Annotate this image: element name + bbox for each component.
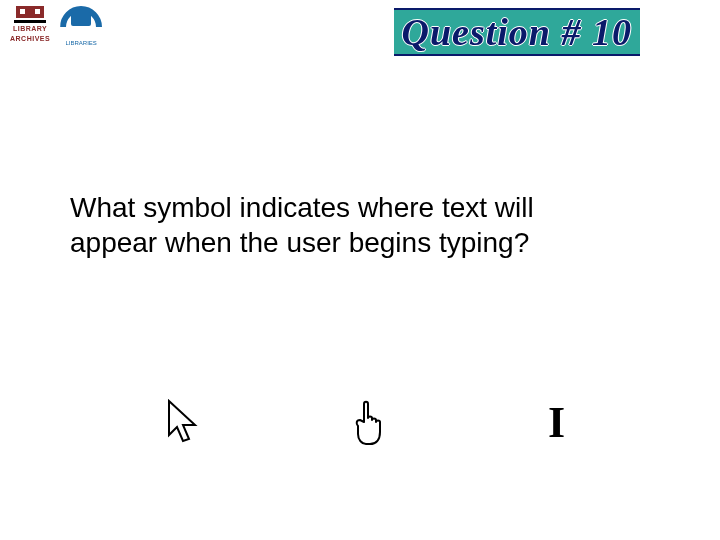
logo1-line2: ARCHIVES [10,35,50,43]
hand-cursor-icon [350,398,390,448]
logo2-line1: LIBRARIES [66,40,97,47]
slide-title: Question # 10 [394,8,640,56]
option-text-cursor[interactable]: I [534,396,580,450]
answer-options: I [0,396,720,450]
text-cursor-icon: I [548,401,565,445]
option-arrow-cursor[interactable] [160,396,206,450]
question-text: What symbol indicates where text will ap… [70,190,620,260]
logo-library-archives: LIBRARY ARCHIVES [10,6,50,42]
logo1-line1: LIBRARY [13,25,47,33]
arrow-cursor-icon [165,399,201,447]
slide-title-banner: Question # 10 [394,8,640,56]
option-hand-cursor[interactable] [347,396,393,450]
logo-libraries-literacy: LIBRARIES [60,6,102,47]
header-logos: LIBRARY ARCHIVES LIBRARIES [10,6,102,47]
